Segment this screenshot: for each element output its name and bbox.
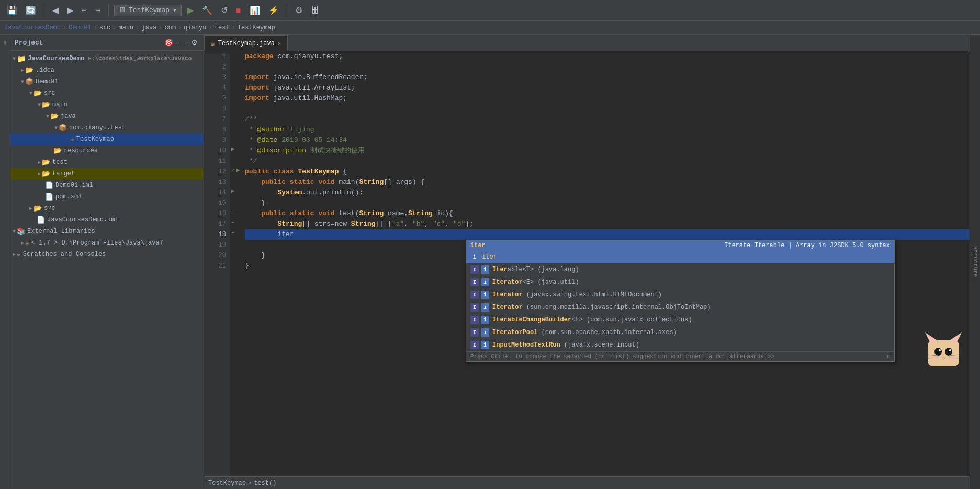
tree-label-java: java (61, 113, 76, 120)
breadcrumb-item-3[interactable]: src (99, 24, 111, 31)
autocomplete-item-iterable[interactable]: I i Iterable<T> (java.lang) (466, 263, 894, 276)
tree-item-java[interactable]: ▼ 📂 java (10, 110, 204, 122)
tree-item-sdk[interactable]: ▶ ☕ < 1.7 > D:\Program Files\Java\java7 (10, 237, 204, 249)
ac-icon-iterator-util: I (470, 278, 479, 286)
line-numbers: 1 2 3 4 5 6 7 8 9 10 11 12 13 14 15 16 1… (204, 51, 230, 476)
back-button[interactable]: ◀ (50, 4, 61, 17)
run-config-icon: 🖥 (119, 6, 126, 14)
reload-button[interactable]: ↺ (218, 4, 230, 17)
java-file-icon: ☕ (70, 135, 74, 143)
fold-marker-16[interactable]: – (231, 219, 235, 225)
breadcrumb-item-9[interactable]: TestKeymap (238, 24, 275, 31)
code-line-11: */ (245, 156, 970, 166)
ac-icon-iterator-pool-i: i (481, 328, 489, 337)
iml2-icon: 📄 (37, 216, 45, 224)
line-num-16: 16 (204, 208, 226, 219)
breadcrumb-item-4[interactable]: main (118, 24, 133, 31)
run-icon-12[interactable]: ▶ (236, 166, 240, 173)
autocomplete-popup[interactable]: iter Iterate Iterable | Array in J2SDK 5… (466, 240, 895, 362)
tree-item-src[interactable]: ▼ 📂 src (10, 87, 204, 99)
code-line-9: * @date 2019-03-05-14:34 (245, 135, 970, 146)
tree-item-test[interactable]: ▶ 📂 test (10, 157, 204, 168)
breadcrumb-item-2[interactable]: Demo01 (69, 24, 91, 31)
code-editor[interactable]: 1 2 3 4 5 6 7 8 9 10 11 12 13 14 15 16 1… (204, 51, 970, 476)
breadcrumb: JavaCoursesDemo › Demo01 › src › main › … (0, 21, 980, 35)
run-marker-12[interactable]: ✓ (231, 166, 235, 173)
breadcrumb-item-6[interactable]: com (165, 24, 176, 31)
run-button[interactable]: ▶ (185, 4, 196, 17)
ac-icon-iterable-change: I (470, 316, 479, 324)
sidebar-collapse-btn[interactable]: — (177, 38, 187, 47)
bottom-bc-testkeymap[interactable]: TestKeymap (208, 480, 246, 487)
sidebar-settings-btn[interactable]: ⚙ (189, 38, 199, 47)
tree-item-package[interactable]: ▼ 📦 com.qianyu.test (10, 122, 204, 134)
line-num-5: 5 (204, 93, 226, 104)
ac-text-iterator-html: Iterator (javax.swing.text.html.HTMLDocu… (492, 291, 662, 298)
tab-java-icon: ☕ (211, 39, 215, 48)
ac-text-iterator-pool: IteratorPool (com.sun.apache.xpath.inter… (492, 329, 677, 336)
toolbar: 💾 🔄 ◀ ▶ ↩ ↪ 🖥 TestKeymap ▾ ▶ 🔨 ↺ ■ 📊 ⚡ ⚙… (0, 0, 980, 21)
tab-close-button[interactable]: ✕ (278, 40, 281, 47)
build-button[interactable]: 🔨 (199, 4, 215, 17)
line-num-7: 7 (204, 114, 226, 125)
ac-icon-iterable-i: i (481, 265, 489, 274)
tree-item-javacourses-iml[interactable]: 📄 JavaCoursesDemo.iml (10, 214, 204, 226)
tree-item-pom[interactable]: 📄 pom.xml (10, 191, 204, 203)
autocomplete-item-inputmethod[interactable]: I i InputMethodTextRun (javafx.scene.inp… (466, 339, 894, 351)
line-num-13: 13 (204, 177, 226, 187)
settings-button[interactable]: ⚙ (292, 4, 305, 17)
line-num-14: 14 (204, 187, 226, 198)
run-config-dropdown[interactable]: 🖥 TestKeymap ▾ (114, 5, 182, 16)
autocomplete-item-iter[interactable]: i iter (466, 251, 894, 263)
sidebar-locate-btn[interactable]: 🎯 (163, 38, 175, 47)
svg-point-14 (931, 357, 937, 361)
line-num-10: 10 (204, 146, 226, 156)
tree-item-target[interactable]: ▶ 📂 target (10, 168, 204, 180)
stop-button[interactable]: ■ (233, 4, 244, 17)
tree-item-scratches[interactable]: ▶ ✏ Scratches and Consoles (10, 249, 204, 260)
tree-item-resources[interactable]: 📂 resources (10, 145, 204, 157)
forward-history-button[interactable]: ↪ (93, 5, 103, 16)
tree-item-demo01[interactable]: ▼ 📦 Demo01 (10, 76, 204, 87)
fold-marker-17[interactable]: – (231, 229, 235, 236)
line-num-17: 17 (204, 219, 226, 229)
structure-panel[interactable]: Structure (970, 35, 980, 489)
forward-button[interactable]: ▶ (64, 4, 76, 17)
autocomplete-item-iterator-html[interactable]: I i Iterator (javax.swing.text.html.HTML… (466, 288, 894, 301)
tree-item-demo01-iml[interactable]: 📄 Demo01.iml (10, 180, 204, 191)
database-button[interactable]: 🗄 (308, 4, 322, 17)
breadcrumb-item-7[interactable]: qianyu (184, 24, 206, 31)
tree-label-javacourses-iml: JavaCoursesDemo.iml (47, 216, 119, 224)
tree-item-main[interactable]: ▼ 📂 main (10, 99, 204, 110)
autocomplete-item-iterator-pool[interactable]: I i IteratorPool (com.sun.apache.xpath.i… (466, 326, 894, 339)
tree-item-testkeymap[interactable]: ☕ TestKeymap (10, 134, 204, 145)
svg-point-7 (939, 349, 941, 351)
save-button[interactable]: 💾 (4, 4, 20, 17)
tree-item-external-libs[interactable]: ▼ 📚 External Libraries (10, 226, 204, 237)
tree-label-src: src (44, 90, 55, 97)
back-history-button[interactable]: ↩ (79, 5, 89, 16)
autocomplete-item-iterator-util[interactable]: I i Iterator<E> (java.util) (466, 276, 894, 288)
scratches-icon: ✏ (17, 250, 21, 259)
run-marker-13[interactable]: ▶ (231, 187, 235, 194)
breadcrumb-item-8[interactable]: test (215, 24, 230, 31)
fold-marker-15[interactable]: – (231, 208, 235, 215)
ac-icon-iterable: I (470, 265, 479, 274)
structure-icon[interactable]: ⇕ (2, 37, 8, 48)
tree-item-java-courses-demo[interactable]: ▼ 📁 JavaCoursesDemo E:\Codes\idea_workpl… (10, 53, 204, 64)
bottom-bc-test[interactable]: test() (254, 480, 276, 487)
tree-label-test: test (52, 159, 67, 166)
tree-item-src2[interactable]: ▶ 📂 src (10, 203, 204, 214)
autocomplete-item-iterator-mozilla[interactable]: I i Iterator (sun.org.mozilla.javascript… (466, 301, 894, 314)
svg-point-8 (949, 349, 951, 351)
sync-button[interactable]: 🔄 (23, 4, 39, 17)
profile-button[interactable]: ⚡ (266, 4, 281, 17)
autocomplete-item-iterable-change[interactable]: I i IterableChangeBuilder<E> (com.sun.ja… (466, 314, 894, 326)
folder-java-icon: 📂 (50, 112, 59, 120)
tree-item-idea[interactable]: ▶ 📂 .idea (10, 64, 204, 76)
coverage-button[interactable]: 📊 (247, 4, 263, 17)
tab-testkeymap[interactable]: ☕ TestKeymap.java ✕ (204, 35, 288, 51)
breadcrumb-item-5[interactable]: java (141, 24, 156, 31)
breadcrumb-item-1[interactable]: JavaCoursesDemo (4, 24, 61, 31)
fold-marker-7[interactable]: ▶ (231, 146, 235, 152)
